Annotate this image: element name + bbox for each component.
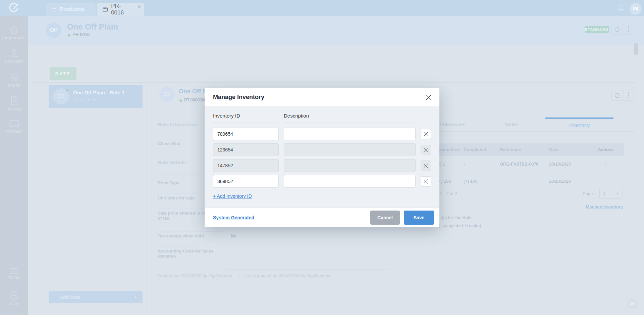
add-inventory-id-link[interactable]: + Add Inventory ID [213,193,252,199]
inventory-id-input [213,159,279,172]
description-input[interactable] [284,175,416,188]
inventory-id-input [213,143,279,156]
close-icon [424,148,428,152]
modal-title: Manage Inventory [213,94,264,101]
close-icon [424,164,428,168]
manage-inventory-modal: Manage Inventory Inventory ID Descriptio… [205,88,439,227]
description-input [284,143,416,156]
close-icon [424,179,428,184]
inventory-id-input[interactable] [213,128,279,140]
system-generated-link[interactable]: System Generated [213,215,254,220]
close-icon [424,132,428,136]
modal-header: Manage Inventory [205,88,439,107]
close-icon[interactable] [425,94,432,101]
description-input [284,159,416,172]
remove-row-button[interactable] [421,176,431,187]
inventory-row [213,159,431,172]
modal-body: Inventory ID Description [205,107,439,208]
inventory-id-input[interactable] [213,175,279,188]
inventory-row [213,128,431,140]
cancel-button[interactable]: Cancel [370,211,400,225]
modal-footer: System Generated Cancel Save [205,208,439,227]
inventory-row [213,143,431,156]
inventory-id-column-header: Inventory ID [213,113,279,123]
remove-row-button [421,145,431,155]
description-input[interactable] [284,128,416,140]
description-column-header: Description [284,113,416,123]
save-button[interactable]: Save [404,211,434,225]
remove-row-button [421,161,431,171]
remove-row-button[interactable] [421,129,431,139]
modal-column-headers: Inventory ID Description [213,113,431,123]
inventory-row [213,175,431,188]
